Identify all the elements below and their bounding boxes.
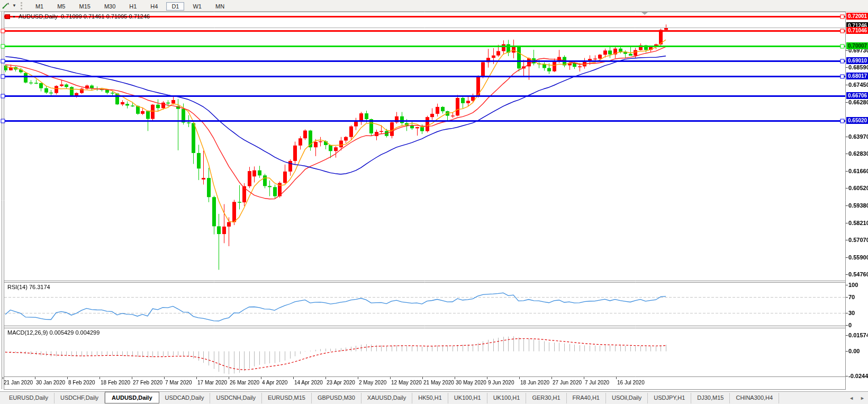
tab-fra40-h1[interactable]: FRA40,H1 xyxy=(567,393,606,403)
price-axis-tick: 0.54760 xyxy=(848,271,868,277)
timeframe-button-m1[interactable]: M1 xyxy=(30,2,49,11)
macd-label: MACD(12,26,9) 0.005429 0.004299 xyxy=(7,329,100,336)
date-axis-label: 21 May 2020 xyxy=(423,380,454,385)
price-axis-tick: 0.67450 xyxy=(848,82,868,88)
tab-usdjpy-h1[interactable]: USDJPY,H1 xyxy=(648,393,691,403)
date-axis-label: 4 Apr 2020 xyxy=(262,380,287,385)
price-axis-tick: 0.63970 xyxy=(848,133,868,140)
tab-gbpusd-m30[interactable]: GBPUSD,M30 xyxy=(312,393,361,403)
price-level-label[interactable]: 0.70007 xyxy=(846,42,868,49)
tab-uk100-h1[interactable]: UK100,H1 xyxy=(448,393,487,403)
price-level-label[interactable]: 0.72001 xyxy=(846,13,868,20)
chart-canvas[interactable] xyxy=(0,12,868,391)
tab-scroll-right-icon[interactable]: ► xyxy=(860,396,865,401)
date-axis-label: 17 Mar 2020 xyxy=(197,380,227,385)
tab-eurusd-daily[interactable]: EURUSD,Daily xyxy=(3,393,55,403)
timeframe-button-m30[interactable]: M30 xyxy=(99,2,121,11)
timeframe-button-h1[interactable]: H1 xyxy=(124,2,142,11)
tab-uk100-h1[interactable]: UK100,H1 xyxy=(487,393,527,403)
date-axis-label: 27 Feb 2020 xyxy=(133,380,162,385)
tab-scroll-left-icon[interactable]: ◄ xyxy=(849,396,854,401)
tab-ger30-h1[interactable]: GER30,H1 xyxy=(526,393,566,403)
price-level-label[interactable]: 0.65020 xyxy=(846,117,868,124)
date-axis-label: 2 May 2020 xyxy=(359,380,386,385)
date-axis-label: 7 Mar 2020 xyxy=(165,380,192,385)
tab-eurusd-m15[interactable]: EURUSD,M15 xyxy=(262,393,312,403)
date-axis-label: 7 Jul 2020 xyxy=(585,380,609,385)
dropdown-arrow-icon[interactable]: ▼ xyxy=(12,3,16,8)
object-triangle-icon: ▼ xyxy=(12,15,16,19)
timeframe-toolbar: ▼ M1M5M15M30H1H4D1W1MN xyxy=(0,0,868,12)
date-axis-label: 30 Jan 2020 xyxy=(36,380,65,385)
date-axis-label: 14 Apr 2020 xyxy=(294,380,323,385)
macd-axis-tick: 0.015741 xyxy=(848,332,868,338)
macd-axis-tick: -0.024412 xyxy=(848,373,868,379)
timeframe-button-m15[interactable]: M15 xyxy=(74,2,95,11)
price-axis-tick: 0.68590 xyxy=(848,64,868,70)
chart-title-line: ▼ AUDUSD,Daily 0.71099 0.71461 0.71095 0… xyxy=(5,13,150,20)
tab-usdcad-daily[interactable]: USDCAD,Daily xyxy=(159,393,211,403)
tab-xauusd-daily[interactable]: XAUUSD,Daily xyxy=(361,393,412,403)
date-axis-label: 30 May 2020 xyxy=(456,380,486,385)
timeframe-buttons: M1M5M15M30H1H4D1W1MN xyxy=(29,1,231,11)
macd-axis-tick: 0.00 xyxy=(848,348,860,354)
tab-hk50-h1[interactable]: HK50,H1 xyxy=(412,393,448,403)
price-level-label[interactable]: 0.66706 xyxy=(846,92,868,99)
hline-anchor-marker[interactable] xyxy=(5,14,10,19)
date-axis-label: 12 May 2020 xyxy=(391,380,422,385)
tab-usoil-daily[interactable]: USOil,Daily xyxy=(606,393,648,403)
rsi-axis-tick: 0 xyxy=(848,322,852,328)
timeframe-button-h4[interactable]: H4 xyxy=(145,2,163,11)
date-axis-label: 18 Feb 2020 xyxy=(101,380,130,385)
price-axis-tick: 0.55900 xyxy=(848,254,868,261)
timeframe-button-d1[interactable]: D1 xyxy=(166,2,184,11)
price-axis-tick: 0.61660 xyxy=(848,168,868,174)
tab-usdcnh-daily[interactable]: USDCNH,Daily xyxy=(210,393,262,403)
price-level-label[interactable]: 0.71046 xyxy=(846,27,868,34)
price-axis-tick: 0.58210 xyxy=(848,220,868,226)
tab-dj30-m15[interactable]: DJ30,M15 xyxy=(691,393,730,403)
toolbar-grip-handle[interactable] xyxy=(21,2,24,10)
date-axis-label: 8 Feb 2020 xyxy=(68,380,95,385)
timeframe-button-m5[interactable]: M5 xyxy=(52,2,70,11)
price-level-label[interactable]: 0.69010 xyxy=(846,57,868,64)
tab-usdchf-daily[interactable]: USDCHF,Daily xyxy=(55,393,105,403)
price-axis-tick: 0.60520 xyxy=(848,185,868,191)
date-axis-label: 21 Jan 2020 xyxy=(4,380,33,385)
chart-draw-icon[interactable] xyxy=(2,2,11,10)
tab-china300-h4[interactable]: CHINA300,H4 xyxy=(730,393,779,403)
chart-tabs: EURUSD,DailyUSDCHF,DailyAUDUSD,DailyUSDC… xyxy=(3,393,779,403)
price-axis-tick: 0.57070 xyxy=(848,237,868,243)
rsi-axis-tick: 30 xyxy=(848,310,855,316)
chart-ohlc-title: AUDUSD,Daily 0.71099 0.71461 0.71095 0.7… xyxy=(19,13,150,20)
timeframe-button-w1[interactable]: W1 xyxy=(187,2,207,11)
price-axis-tick: 0.66280 xyxy=(848,99,868,105)
timeframe-button-mn[interactable]: MN xyxy=(210,2,230,11)
rsi-axis-tick: 70 xyxy=(848,294,855,300)
date-axis-label: 9 Jun 2020 xyxy=(488,380,514,385)
rsi-label: RSI(14) 76.3174 xyxy=(7,284,50,290)
rsi-axis-tick: 100 xyxy=(848,282,858,288)
price-axis-tick: 0.59380 xyxy=(848,202,868,209)
date-axis-label: 26 Mar 2020 xyxy=(230,380,259,385)
tab-audusd-daily[interactable]: AUDUSD,Daily xyxy=(105,392,159,403)
price-level-label[interactable]: 0.68017 xyxy=(846,73,868,79)
date-axis-label: 16 Jul 2020 xyxy=(617,380,645,385)
chart-tab-bar: EURUSD,DailyUSDCHF,DailyAUDUSD,DailyUSDC… xyxy=(0,391,868,404)
price-axis-tick: 0.62830 xyxy=(848,150,868,157)
date-axis-label: 27 Jun 2020 xyxy=(553,380,582,385)
date-axis-label: 18 Jun 2020 xyxy=(520,380,549,385)
date-axis-label: 23 Apr 2020 xyxy=(327,380,355,385)
